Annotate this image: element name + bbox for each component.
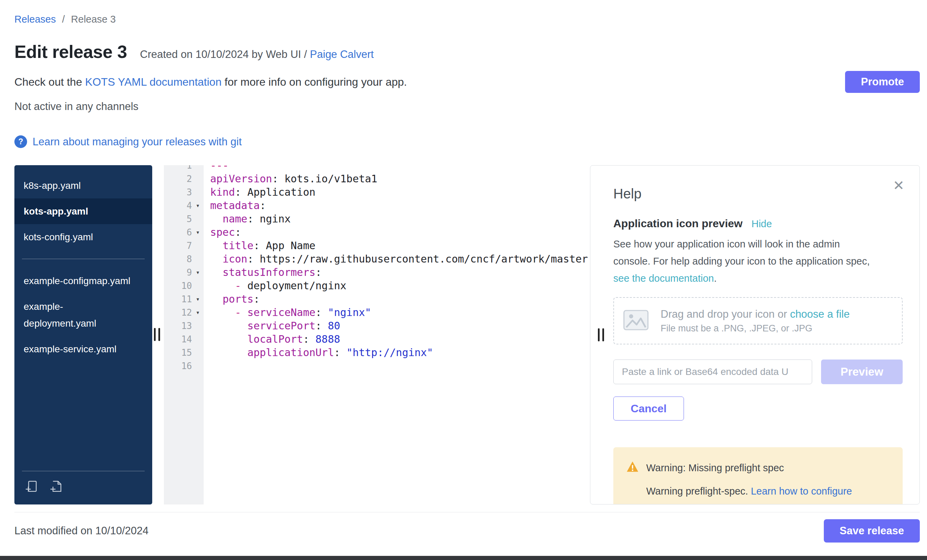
breadcrumb-separator: / (62, 14, 65, 25)
git-releases-link[interactable]: Learn about managing your releases with … (33, 136, 242, 148)
line-number: 7 (164, 241, 192, 251)
pane-resize-handle[interactable] (598, 328, 604, 341)
line-number: 1 (164, 165, 192, 171)
dropzone-hint: File must be a .PNG, .JPEG, or .JPG (661, 323, 849, 334)
line-number: 13 (164, 321, 192, 331)
fold-arrow-icon[interactable]: ▾ (192, 202, 204, 209)
code-line-text: ports: (204, 293, 260, 305)
line-number: 11 (164, 294, 192, 304)
code-line[interactable]: 6▾spec: (164, 226, 590, 239)
gutter-cell: 2 (164, 174, 204, 184)
promote-button[interactable]: Promote (845, 71, 920, 93)
gutter-cell: 1 (164, 165, 204, 171)
file-tree-item[interactable]: k8s-app.yaml (14, 173, 152, 199)
code-line[interactable]: 1--- (164, 165, 590, 172)
gutter-cell: 14 (164, 334, 204, 344)
kots-yaml-docs-link[interactable]: KOTS YAML documentation (85, 76, 222, 88)
code-line[interactable]: 3kind: Application (164, 185, 590, 199)
icon-dropzone[interactable]: Drag and drop your icon or choose a file… (613, 297, 903, 344)
file-tree-item[interactable]: example-service.yaml (14, 336, 152, 362)
docs-suffix: for more info on configuring your app. (222, 76, 407, 88)
preview-button[interactable]: Preview (821, 360, 903, 384)
gutter-cell: 7 (164, 241, 204, 251)
code-line-text: spec: (204, 226, 241, 238)
choose-file-link[interactable]: choose a file (790, 308, 849, 320)
line-number: 10 (164, 281, 192, 291)
docs-text: Check out the KOTS YAML documentation fo… (14, 76, 407, 88)
line-number: 12 (164, 307, 192, 318)
new-file-button[interactable] (49, 480, 64, 495)
see-documentation-link[interactable]: see the documentation (613, 273, 714, 284)
code-editor[interactable]: 1---2apiVersion: kots.io/v1beta13kind: A… (164, 165, 590, 504)
import-file-button[interactable] (25, 480, 39, 495)
warning-title: Warning: Missing preflight spec (646, 462, 784, 473)
pane-resize-handle[interactable] (154, 328, 160, 341)
code-line[interactable]: 5 name: nginx (164, 212, 590, 226)
code-line[interactable]: 9▾ statusInformers: (164, 266, 590, 279)
file-tree-item[interactable]: kots-app.yaml (14, 199, 152, 224)
cancel-button[interactable]: Cancel (613, 396, 684, 420)
learn-how-to-configure-link[interactable]: Learn how to configure (751, 486, 852, 496)
icon-preview-description: See how your application icon will look … (613, 235, 874, 287)
code-line-text: title: App Name (204, 240, 315, 252)
close-icon[interactable]: ✕ (893, 179, 904, 192)
code-line[interactable]: 15 applicationUrl: "http://nginx" (164, 346, 590, 359)
fold-arrow-icon[interactable]: ▾ (192, 229, 204, 235)
fold-arrow-icon[interactable]: ▾ (192, 296, 204, 302)
code-line[interactable]: 11▾ ports: (164, 292, 590, 306)
workspace: k8s-app.yamlkots-app.yamlkots-config.yam… (14, 165, 920, 504)
code-line[interactable]: 4▾metadata: (164, 199, 590, 212)
file-tree-item[interactable]: example-deployment.yaml (14, 294, 152, 336)
page-title: Edit release 3 (14, 41, 127, 62)
gutter-cell: 8 (164, 254, 204, 264)
code-line[interactable]: 16 (164, 359, 590, 373)
line-number: 2 (164, 174, 192, 184)
created-text: Created on 10/10/2024 by Web UI / (140, 48, 307, 60)
hide-link[interactable]: Hide (751, 218, 772, 230)
fold-arrow-icon[interactable]: ▾ (192, 309, 204, 316)
code-line-text: - deployment/nginx (204, 280, 346, 291)
gutter-cell: 4▾ (164, 200, 204, 211)
code-line-text: servicePort: 80 (204, 320, 340, 332)
gutter-cell: 9▾ (164, 267, 204, 278)
file-tree-divider (22, 259, 145, 259)
warning-triangle-icon (626, 461, 639, 475)
icon-url-input[interactable] (613, 360, 812, 384)
file-tree-item[interactable]: kots-config.yaml (14, 224, 152, 250)
git-help-row: ? Learn about managing your releases wit… (14, 135, 920, 148)
image-placeholder-icon (623, 310, 649, 332)
code-line-text: localPort: 8888 (204, 333, 340, 345)
created-meta: Created on 10/10/2024 by Web UI / Paige … (140, 48, 374, 61)
line-number: 5 (164, 214, 192, 224)
code-line[interactable]: 7 title: App Name (164, 239, 590, 252)
fold-arrow-icon[interactable]: ▾ (192, 269, 204, 276)
line-number: 14 (164, 334, 192, 344)
line-number: 8 (164, 254, 192, 264)
code-line-text: kind: Application (204, 186, 315, 198)
help-title: Help (613, 186, 903, 202)
gutter-cell: 6▾ (164, 227, 204, 238)
author-link[interactable]: Paige Calvert (310, 48, 374, 60)
code-line-text: metadata: (204, 199, 266, 211)
code-line[interactable]: 12▾ - serviceName: "nginx" (164, 306, 590, 319)
save-release-button[interactable]: Save release (824, 519, 920, 543)
description-text: See how your application icon will look … (613, 238, 870, 267)
gutter-cell: 13 (164, 321, 204, 331)
dropzone-text: Drag and drop your icon or choose a file… (661, 308, 849, 334)
code-line[interactable]: 13 servicePort: 80 (164, 319, 590, 332)
gutter-cell: 3 (164, 187, 204, 197)
code-line-text: apiVersion: kots.io/v1beta1 (204, 173, 377, 185)
code-line[interactable]: 10 - deployment/nginx (164, 279, 590, 292)
line-number: 3 (164, 187, 192, 197)
gutter-cell: 11▾ (164, 294, 204, 304)
code-line[interactable]: 2apiVersion: kots.io/v1beta1 (164, 172, 590, 185)
file-tree-item[interactable]: example-configmap.yaml (14, 268, 152, 294)
code-line[interactable]: 14 localPort: 8888 (164, 332, 590, 346)
line-number: 6 (164, 227, 192, 238)
breadcrumb-current: Release 3 (71, 14, 116, 25)
line-number: 4 (164, 200, 192, 211)
sidebar-footer (22, 471, 145, 504)
breadcrumb-releases-link[interactable]: Releases (14, 14, 56, 25)
bottom-edge-strip (0, 556, 927, 560)
code-line[interactable]: 8 icon: https://raw.githubusercontent.co… (164, 252, 590, 266)
